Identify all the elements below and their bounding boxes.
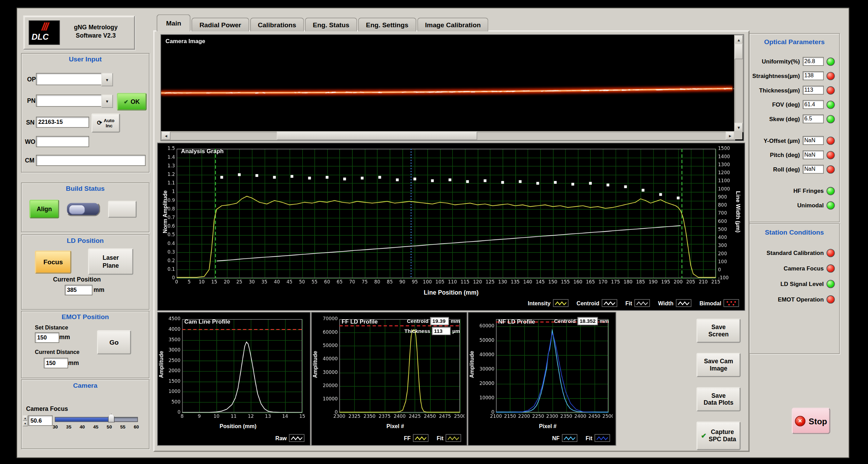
op-combo-field[interactable] [36,73,102,85]
scroll-down-button[interactable]: ▼ [734,123,743,132]
camera-focus-slider-thumb[interactable] [108,414,115,423]
legend-item-width[interactable]: Width [658,299,691,307]
intensity-legend-icon [553,299,568,307]
laser-plane-button[interactable]: Laser Plane [88,248,134,275]
cm-field[interactable] [36,155,146,166]
spin-down-icon[interactable]: ▾ [23,421,28,426]
legend-item-ff[interactable]: FF [404,434,428,442]
ff-y-axis-label: Amplitude [312,334,319,395]
camera-image-canvas [161,35,734,131]
station-condition-label: Standard Calibration [767,249,824,256]
focus-button[interactable]: Focus [35,250,71,274]
vertical-scrollbar[interactable]: ▲ ▼ [734,35,743,132]
status-led-green [827,100,835,109]
nf-y-axis-label: Amplitude [469,334,476,395]
cam-legend: Raw [275,434,304,442]
optical-param-label: Straightness(µm) [752,72,800,79]
station-condition-row: EMOT Operation [778,295,835,304]
current-distance-label: Current Distance [35,349,79,355]
status-led-red [827,151,835,159]
legend-item-fit[interactable]: Fit [437,434,461,442]
pn-label: PN [27,97,36,104]
camera-focus-slider[interactable] [55,417,138,422]
optical-param-row: Pitch (deg)NaN [770,150,835,159]
ff-thickness-badge: Thickness 113 µm [404,327,460,335]
horizontal-scroll-thumb[interactable] [277,132,477,140]
software-title-line1: gNG Metrology [61,23,130,31]
legend-item-centroid[interactable]: Centroid [577,299,617,307]
button-save-screen[interactable]: Save Screen [696,318,741,343]
camera-focus-value[interactable]: 50.6 [28,415,53,426]
logo-brand: DLC [31,32,48,41]
go-button[interactable]: Go [97,330,131,355]
tab-eng-status[interactable]: Eng. Status [305,18,357,31]
align-button[interactable]: Align [29,200,59,219]
tab-calibrations[interactable]: Calibrations [250,18,304,31]
nf-centroid-value: 18.352 [577,317,598,325]
horizontal-scrollbar[interactable]: ◄ ► [161,131,735,140]
pn-combo-field[interactable] [36,95,102,107]
fit-legend-icon [634,299,650,307]
optical-param-value: 6.5 [803,115,824,124]
stop-button-label: Stop [809,416,827,425]
optical-param-label: HF Fringes [793,187,824,194]
sn-field[interactable]: 22163-15 [36,117,89,128]
emot-position-box: EMOT Position Set Distance 150 mm Go Cur… [21,311,149,378]
optical-param-label: Y-Offset (µm) [764,137,800,144]
chevron-down-icon: ▼ [105,78,109,81]
optical-param-value: 26.8 [803,57,824,66]
tab-radial-power[interactable]: Radial Power [192,18,249,31]
analysis-graph-canvas [160,144,741,288]
tab-main[interactable]: Main [157,14,191,32]
ff-thickness-label: Thickness [404,328,430,334]
scroll-up-button[interactable]: ▲ [734,36,743,45]
ff-thickness-unit: µm [452,328,460,334]
station-condition-label: LD Signal Level [780,280,823,287]
legend-item-bimodal[interactable]: Bimodal [700,299,739,307]
optical-param-value: 138 [803,71,824,80]
scroll-left-button[interactable]: ◄ [162,132,170,140]
wo-field[interactable] [36,136,89,147]
scroll-right-button[interactable]: ► [726,132,735,140]
legend-item-raw[interactable]: Raw [275,434,304,442]
button-capture-spc-data[interactable]: ✔Capture SPC Data [696,422,741,450]
ff-thickness-value: 113 [432,327,451,335]
legend-label: Fit [437,435,443,441]
legend-item-fit[interactable]: Fit [625,299,650,307]
ff-legend-icon [413,434,428,442]
camera-focus-spinner[interactable]: ▴ ▾ [23,415,28,426]
button-save-data-plots[interactable]: Save Data Plots [696,387,741,412]
auto-inc-button[interactable]: ⟳ AutoInc [91,113,120,133]
legend-item-fit[interactable]: Fit [586,434,610,442]
legend-item-nf[interactable]: NF [552,434,577,442]
ld-position-box: LD Position Focus Laser Plane Current Po… [21,235,149,310]
op-dropdown-button[interactable]: ▼ [101,73,113,86]
build-status-box: Build Status Align [21,182,149,232]
set-distance-field[interactable]: 150 [35,332,59,343]
optical-param-label: Uniformity(%) [762,58,800,65]
legend-label: Width [658,300,673,306]
vertical-scroll-thumb[interactable] [734,44,743,59]
tab-image-calibration[interactable]: Image Calibration [417,18,488,31]
nf-centroid-label: Centroid [554,318,576,324]
status-led-red [827,165,835,174]
optical-param-row: Y-Offset (µm)NaN [764,136,835,145]
ok-check-icon: ✔ [124,99,128,105]
stop-button[interactable]: ✕ Stop [792,407,830,434]
cam-y-axis-label: Amplitude [158,334,165,395]
cm-label: CM [25,157,34,164]
legend-item-intensity[interactable]: Intensity [528,299,568,307]
button-label: Save Data Plots [704,392,733,407]
legend-label: Centroid [577,300,599,306]
pn-dropdown-button[interactable]: ▼ [101,95,113,108]
auto-inc-label: AutoInc [104,118,115,128]
station-condition-label: Camera Focus [784,265,824,272]
width-legend-icon [676,299,691,307]
ok-button[interactable]: ✔ OK [117,93,147,110]
slider-tick-label: 60 [134,424,139,430]
spin-up-icon[interactable]: ▴ [23,415,28,421]
tab-eng-settings[interactable]: Eng. Settings [358,18,416,31]
build-status-toggle[interactable] [66,202,100,216]
blank-button[interactable] [108,201,137,218]
button-save-cam-image[interactable]: Save Cam Image [696,353,741,377]
